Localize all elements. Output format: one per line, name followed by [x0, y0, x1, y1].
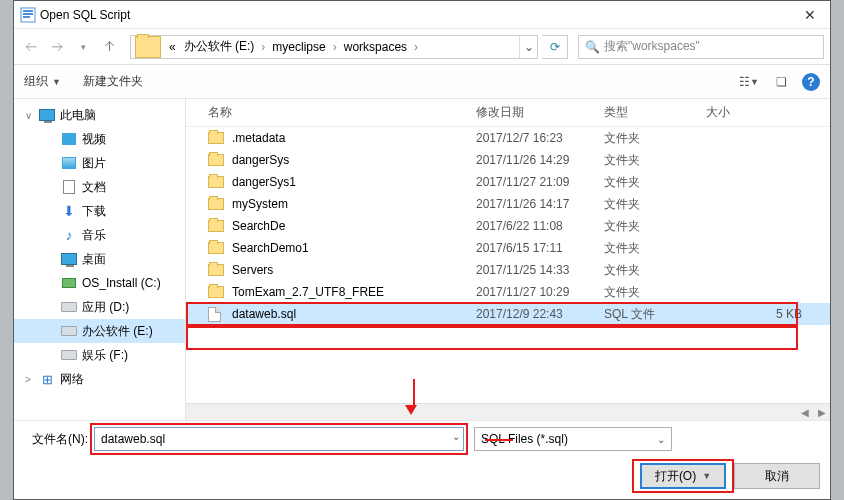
file-date: 2017/11/27 21:09 [476, 175, 604, 189]
file-date: 2017/6/15 17:11 [476, 241, 604, 255]
h-scrollbar[interactable]: ◀ ▶ [186, 403, 830, 420]
tree-item[interactable]: ∨ 此电脑 [14, 103, 185, 127]
address-dropdown[interactable]: ⌄ [519, 36, 537, 58]
app-icon [20, 7, 36, 23]
tree-label: 网络 [60, 371, 84, 388]
file-row[interactable]: .metadata 2017/12/7 16:23 文件夹 [186, 127, 830, 149]
file-type: 文件夹 [604, 152, 706, 169]
search-input[interactable]: 🔍 搜索"workspaces" [578, 35, 824, 59]
tree-item[interactable]: ♪ 音乐 [14, 223, 185, 247]
filename-dropdown[interactable]: ⌄ [452, 431, 460, 442]
file-row[interactable]: dangerSys1 2017/11/27 21:09 文件夹 [186, 171, 830, 193]
file-name: dangerSys1 [232, 175, 476, 189]
view-menu[interactable]: ☷ ▼ [738, 72, 760, 92]
tree-item[interactable]: OS_Install (C:) [14, 271, 185, 295]
monitor-icon [38, 107, 56, 123]
scroll-left-icon[interactable]: ◀ [796, 404, 813, 420]
folder-icon [208, 176, 226, 188]
file-list[interactable]: .metadata 2017/12/7 16:23 文件夹 dangerSys … [186, 127, 830, 403]
chevron-right-icon: › [258, 40, 268, 54]
folder-icon [208, 220, 226, 232]
scroll-right-icon[interactable]: ▶ [813, 404, 830, 420]
chevron-right-icon: › [411, 40, 421, 54]
file-row[interactable]: dataweb.sql 2017/12/9 22:43 SQL 文件 5 KB [186, 303, 830, 325]
file-row[interactable]: dangerSys 2017/11/26 14:29 文件夹 [186, 149, 830, 171]
file-row[interactable]: SearchDemo1 2017/6/15 17:11 文件夹 [186, 237, 830, 259]
col-type[interactable]: 类型 [604, 104, 706, 121]
up-button[interactable]: 🡡 [100, 37, 120, 57]
drive-icon [60, 347, 78, 363]
file-name: Servers [232, 263, 476, 277]
column-headers[interactable]: 名称 修改日期 类型 大小 [186, 99, 830, 127]
close-button[interactable]: ✕ [790, 7, 830, 23]
file-type: SQL 文件 [604, 306, 706, 323]
toolbar: 组织▼ 新建文件夹 ☷ ▼ ❏ ? [14, 65, 830, 99]
file-row[interactable]: mySystem 2017/11/26 14:17 文件夹 [186, 193, 830, 215]
file-name: SearchDe [232, 219, 476, 233]
col-date[interactable]: 修改日期 [476, 104, 604, 121]
search-placeholder: 搜索"workspaces" [604, 38, 700, 55]
open-button[interactable]: 打开(O) ▼ [640, 463, 726, 489]
breadcrumb-item[interactable]: 办公软件 (E:) [180, 36, 259, 57]
drive-icon [60, 299, 78, 315]
filename-input[interactable] [94, 427, 464, 451]
file-row[interactable]: TomExam_2.7_UTF8_FREE 2017/11/27 10:29 文… [186, 281, 830, 303]
col-size[interactable]: 大小 [706, 104, 830, 121]
annotation-strike [485, 439, 513, 441]
tree-label: 此电脑 [60, 107, 96, 124]
tree-item[interactable]: 视频 [14, 127, 185, 151]
file-date: 2017/11/25 14:33 [476, 263, 604, 277]
bottom-panel: 文件名(N): ⌄ SQL Files (*.sql) ⌄ 打开(O) ▼ 取消 [14, 420, 830, 499]
tree-item[interactable]: 图片 [14, 151, 185, 175]
tree-item[interactable]: 娱乐 (F:) [14, 343, 185, 367]
open-dialog: Open SQL Script ✕ 🡠 🡢 ▾ 🡡 «办公软件 (E:)›mye… [13, 0, 831, 500]
organize-menu[interactable]: 组织▼ [24, 73, 61, 90]
expander-icon[interactable]: > [22, 374, 34, 385]
tree-item[interactable]: 桌面 [14, 247, 185, 271]
dl-icon: ⬇ [60, 203, 78, 219]
file-date: 2017/12/7 16:23 [476, 131, 604, 145]
tree-item[interactable]: > ⊞ 网络 [14, 367, 185, 391]
file-name: .metadata [232, 131, 476, 145]
tree-item[interactable]: ⬇ 下载 [14, 199, 185, 223]
history-dropdown[interactable]: ▾ [72, 36, 94, 58]
file-type: 文件夹 [604, 174, 706, 191]
usb-icon [60, 275, 78, 291]
help-button[interactable]: ? [802, 73, 820, 91]
file-type: 文件夹 [604, 262, 706, 279]
file-date: 2017/6/22 11:08 [476, 219, 604, 233]
file-row[interactable]: SearchDe 2017/6/22 11:08 文件夹 [186, 215, 830, 237]
video-icon [60, 131, 78, 147]
file-name: dangerSys [232, 153, 476, 167]
col-name[interactable]: 名称 [208, 104, 476, 121]
drive-icon [60, 323, 78, 339]
svg-rect-2 [23, 13, 33, 15]
file-row[interactable]: Servers 2017/11/25 14:33 文件夹 [186, 259, 830, 281]
file-date: 2017/11/26 14:17 [476, 197, 604, 211]
tree-label: OS_Install (C:) [82, 276, 161, 290]
folder-icon [135, 36, 161, 58]
breadcrumb-item[interactable]: workspaces [340, 38, 411, 56]
new-folder-button[interactable]: 新建文件夹 [83, 73, 143, 90]
tree-label: 视频 [82, 131, 106, 148]
refresh-button[interactable]: ⟳ [542, 35, 568, 59]
tree-label: 应用 (D:) [82, 299, 129, 316]
cancel-button[interactable]: 取消 [734, 463, 820, 489]
file-date: 2017/12/9 22:43 [476, 307, 604, 321]
breadcrumb-item[interactable]: myeclipse [268, 38, 329, 56]
preview-pane-button[interactable]: ❏ [770, 72, 792, 92]
chevron-down-icon: ⌄ [657, 434, 665, 445]
forward-button[interactable]: 🡢 [46, 36, 68, 58]
tree-item[interactable]: 文档 [14, 175, 185, 199]
back-button[interactable]: 🡠 [20, 36, 42, 58]
expander-icon[interactable]: ∨ [22, 110, 34, 121]
tree-item[interactable]: 办公软件 (E:) [14, 319, 185, 343]
file-name: SearchDemo1 [232, 241, 476, 255]
tree-item[interactable]: 应用 (D:) [14, 295, 185, 319]
address-bar[interactable]: «办公软件 (E:)›myeclipse›workspaces› ⌄ [130, 35, 538, 59]
file-name: TomExam_2.7_UTF8_FREE [232, 285, 476, 299]
svg-rect-3 [23, 16, 30, 18]
folder-icon [208, 198, 226, 210]
tree-label: 音乐 [82, 227, 106, 244]
file-type-filter[interactable]: SQL Files (*.sql) ⌄ [474, 427, 672, 451]
